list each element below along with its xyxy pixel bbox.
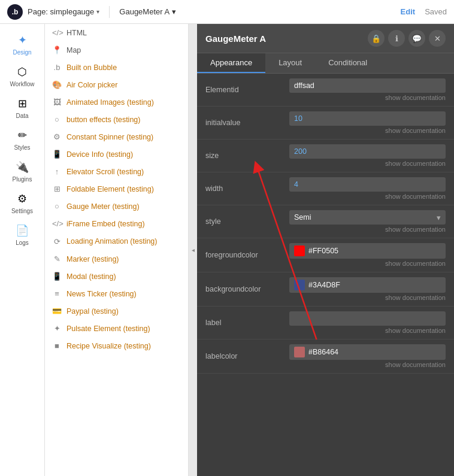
gauge-name-selector[interactable]: GaugeMeter A ▾ (119, 7, 176, 16)
map-icon: 📍 (52, 46, 62, 54)
sidebar-item-workflow[interactable]: ⬡ Workflow (0, 60, 44, 92)
list-item[interactable]: ○ button effects (testing) (45, 111, 188, 128)
field-value-initialvalue: show documentation (289, 111, 446, 134)
list-item[interactable]: ✦ Pulsate Element (testing) (45, 320, 188, 337)
tab-layout[interactable]: Layout (265, 53, 315, 73)
tab-appearance[interactable]: Appearance (197, 53, 265, 73)
field-label-initialvalue: initialvalue (205, 119, 283, 127)
sidebar-item-styles[interactable]: ✏ Styles (0, 124, 44, 156)
list-item[interactable]: ✎ Marker (testing) (45, 250, 188, 268)
field-value-width: show documentation (289, 177, 446, 200)
spinner-icon: ⚙ (52, 132, 62, 141)
field-value-labelcolor: #B86464 show documentation (289, 344, 446, 368)
list-item[interactable]: 📍 Map (45, 41, 188, 59)
html-icon: </> (52, 28, 62, 37)
show-doc-labelcolor[interactable]: show documentation (289, 361, 446, 368)
plugin-label: button effects (testing) (66, 116, 140, 124)
list-item[interactable]: 📱 Modal (testing) (45, 268, 188, 285)
elementid-input[interactable] (289, 78, 446, 93)
plugin-label: Paypal (testing) (66, 307, 119, 316)
workflow-icon: ⬡ (17, 65, 27, 78)
show-doc-style[interactable]: show documentation (289, 226, 446, 233)
paypal-icon: 💳 (52, 307, 62, 316)
list-item[interactable]: </> iFrame Embed (testing) (45, 215, 188, 232)
sidebar-item-settings[interactable]: ⚙ Settings (0, 187, 44, 219)
plugin-label: Device Info (testing) (66, 150, 133, 159)
panel-header: GaugeMeter A 🔒 ℹ 💬 ✕ (197, 24, 454, 53)
list-item[interactable]: ⊞ Foldable Element (testing) (45, 180, 188, 198)
plugin-label: Loading Animation (testing) (66, 237, 157, 246)
sidebar-label-workflow: Workflow (10, 81, 35, 87)
plugin-list: </> HTML 📍 Map .b Built on Bubble 🎨 Air … (45, 24, 189, 476)
collapse-handle[interactable]: ◂ (189, 24, 197, 476)
plugin-label: Elevator Scroll (testing) (66, 168, 144, 176)
initialvalue-input[interactable] (289, 111, 446, 126)
device-icon: 📱 (52, 150, 62, 159)
show-doc-size[interactable]: show documentation (289, 160, 446, 167)
list-item[interactable]: ≡ News Ticker (testing) (45, 285, 188, 302)
list-item[interactable]: ■ Recipe Visualize (testing) (45, 337, 188, 354)
field-value-size: show documentation (289, 144, 446, 167)
collapse-arrow-icon: ◂ (192, 247, 195, 253)
list-item[interactable]: 🎨 Air Color picker (45, 76, 188, 93)
sidebar-item-plugins[interactable]: 🔌 Plugins (0, 156, 44, 187)
field-label-elementid: Elementid (205, 86, 283, 94)
list-item[interactable]: ○ Gauge Meter (testing) (45, 198, 188, 215)
backgroundcolor-swatch-row[interactable]: #3A4D8F (289, 277, 446, 293)
sidebar-item-data[interactable]: ⊞ Data (0, 92, 44, 124)
list-item[interactable]: ↑ Elevator Scroll (testing) (45, 163, 188, 180)
plugin-label: Pulsate Element (testing) (66, 325, 150, 333)
list-item[interactable]: </> HTML (45, 24, 188, 41)
list-item[interactable]: ⟳ Loading Animation (testing) (45, 232, 188, 250)
size-input[interactable] (289, 144, 446, 159)
show-doc-width[interactable]: show documentation (289, 193, 446, 200)
close-button[interactable]: ✕ (429, 30, 446, 47)
show-doc-label[interactable]: show documentation (289, 327, 446, 334)
show-doc-backgroundcolor[interactable]: show documentation (289, 294, 446, 301)
page-selector[interactable]: Page: simplegauge ▾ (28, 7, 99, 16)
plugin-label: Air Color picker (66, 81, 117, 89)
lock-button[interactable]: 🔒 (368, 30, 385, 47)
field-label-label: label (205, 319, 283, 327)
animated-icon: 🖼 (52, 98, 62, 107)
plugin-label: Modal (testing) (66, 272, 116, 281)
field-label-backgroundcolor: backgroundcolor (205, 285, 283, 293)
marker-icon: ✎ (52, 254, 62, 263)
field-value-style: Semi Full Arch show documentation (289, 210, 446, 233)
edit-button[interactable]: Edit (401, 7, 416, 16)
tab-conditional[interactable]: Conditional (315, 53, 380, 73)
list-item[interactable]: ⚙ Constant Spinner (testing) (45, 128, 188, 145)
info-button[interactable]: ℹ (388, 30, 405, 47)
loading-icon: ⟳ (52, 237, 62, 246)
label-input[interactable] (289, 311, 446, 326)
modal-icon: 📱 (52, 272, 62, 281)
label-color-swatch (294, 347, 305, 357)
sidebar-item-logs[interactable]: 📄 Logs (0, 219, 44, 251)
list-item[interactable]: 💳 Paypal (testing) (45, 302, 188, 320)
sidebar-item-design[interactable]: ✦ Design (0, 29, 44, 60)
iframe-icon: </> (52, 219, 62, 228)
comment-icon: 💬 (412, 34, 422, 43)
list-item[interactable]: 📱 Device Info (testing) (45, 145, 188, 163)
field-row-width: width show documentation (197, 172, 454, 205)
plugin-label: Foldable Element (testing) (66, 185, 154, 193)
style-select[interactable]: Semi Full Arch (289, 210, 446, 225)
field-row-foregroundcolor: foregroundcolor #FF0505 show documentati… (197, 238, 454, 272)
comment-button[interactable]: 💬 (408, 30, 425, 47)
style-select-wrapper: Semi Full Arch (289, 210, 446, 225)
show-doc-foregroundcolor[interactable]: show documentation (289, 260, 446, 267)
show-doc-elementid[interactable]: show documentation (289, 94, 446, 101)
field-row-labelcolor: labelcolor #B86464 show documentation (197, 339, 454, 374)
logs-icon: 📄 (16, 224, 29, 237)
labelcolor-swatch-row[interactable]: #B86464 (289, 344, 446, 360)
sidebar-label-design: Design (13, 49, 31, 56)
plugin-label: iFrame Embed (testing) (66, 220, 145, 228)
news-icon: ≡ (52, 289, 62, 298)
foregroundcolor-swatch-row[interactable]: #FF0505 (289, 243, 446, 259)
list-item[interactable]: 🖼 Animated Images (testing) (45, 93, 188, 111)
show-doc-initialvalue[interactable]: show documentation (289, 127, 446, 134)
pulsate-icon: ✦ (52, 324, 62, 333)
width-input[interactable] (289, 177, 446, 192)
list-item[interactable]: .b Built on Bubble (45, 59, 188, 76)
sidebar-label-plugins: Plugins (13, 176, 32, 183)
